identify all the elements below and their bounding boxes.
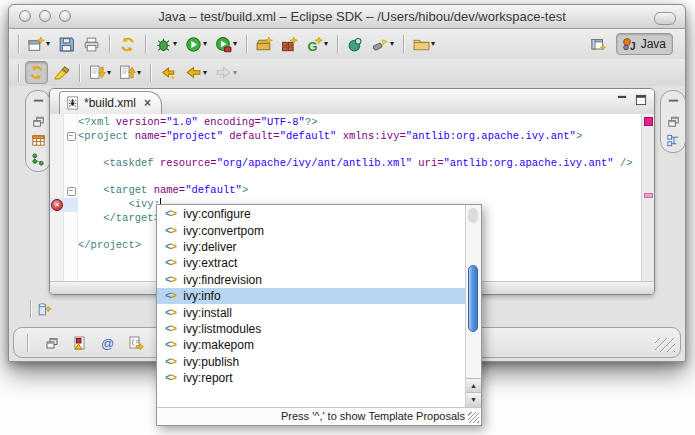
completion-item[interactable]: <>ivy:configure [157,206,465,222]
minimize-icon[interactable] [666,95,681,110]
dropdown-arrow-icon[interactable]: ▾ [173,40,177,48]
overview-ruler[interactable] [641,114,654,282]
code-text: <ivy: [78,198,161,212]
zoom-button[interactable] [59,10,71,22]
svg-text:G: G [308,38,318,52]
print-button[interactable] [80,33,103,56]
xml-element-icon: <> [165,307,176,319]
new-java-project-button[interactable] [253,33,276,56]
new-package-button[interactable] [278,33,301,56]
open-folder-icon [413,36,430,53]
dropdown-arrow-icon[interactable]: ▾ [203,40,207,48]
declaration-icon[interactable]: (= [128,335,144,351]
open-folder-button[interactable]: ▾ [410,33,438,56]
perspective-button-java[interactable]: JJava [616,33,673,55]
code-line[interactable]: <?xml version="1.0" encoding="UTF-8"?> [50,116,641,130]
type-hierarchy-icon[interactable] [31,152,46,167]
completion-item[interactable]: <>ivy:report [157,370,465,386]
xml-element-icon: <> [165,241,176,253]
dropdown-arrow-icon[interactable]: ▾ [203,69,207,77]
dropdown-arrow-icon[interactable]: ▾ [107,69,111,77]
fold-cell [64,239,78,253]
run-button[interactable]: ▾ [182,33,210,56]
scroll-up-icon[interactable]: ▲ [466,378,481,393]
outline-icon[interactable] [666,133,681,148]
window-resize-grip[interactable] [655,338,675,352]
scroll-down-icon[interactable]: ▼ [466,392,481,407]
problems-icon[interactable] [72,335,88,351]
mark-occurrences-button[interactable] [50,61,73,84]
back-icon [185,64,202,81]
code-line[interactable]: <taskdef resource="org/apache/ivy/ant/an… [50,157,641,171]
completion-item[interactable]: <>ivy:findrevision [157,272,465,288]
dropdown-arrow-icon[interactable]: ▾ [46,40,50,48]
code-line[interactable] [50,171,641,185]
completion-item-label: ivy:info [183,289,220,303]
fold-toggle-icon[interactable]: − [67,132,76,141]
dropdown-arrow-icon[interactable]: ▾ [233,69,237,77]
new-fastview-icon[interactable] [36,301,53,318]
next-annotation-button[interactable]: ▾ [86,61,114,84]
titlebar[interactable]: Java – test/build.xml – Eclipse SDK – /U… [9,5,685,29]
new-wizard-button[interactable]: ▾ [25,33,53,56]
code-line[interactable]: −<project name="project" default="defaul… [50,130,641,144]
overview-occurrence-marker[interactable] [644,193,653,198]
open-type-button[interactable] [344,33,367,56]
popup-scrollbar[interactable]: ▲ ▼ [465,205,481,407]
completion-item[interactable]: <>ivy:install [157,304,465,320]
minimize-icon[interactable] [31,95,46,110]
code-line[interactable]: − <target name="default"> [50,184,641,198]
search-button[interactable]: ▾ [369,33,397,56]
error-icon[interactable]: × [51,199,63,211]
completion-item[interactable]: <>ivy:listmodules [157,321,465,337]
dropdown-arrow-icon[interactable]: ▾ [324,40,328,48]
java-perspective-icon: J [621,36,637,52]
overview-error-marker[interactable] [644,117,653,126]
fold-toggle-icon[interactable]: − [67,187,76,196]
dropdown-arrow-icon[interactable]: ▾ [390,40,394,48]
maximize-editor-icon[interactable] [635,94,647,106]
debug-icon [155,36,172,53]
package-explorer-icon[interactable] [31,133,46,148]
code-line[interactable] [50,143,641,157]
code-text: </target> [78,212,160,226]
external-tools-button[interactable]: ▾ [212,33,240,56]
toolbar-separator [246,35,247,53]
completion-item[interactable]: <>ivy:extract [157,255,465,271]
save-button[interactable] [55,33,78,56]
restore-icon[interactable] [31,114,46,129]
open-perspective-button[interactable] [588,33,610,55]
popup-resize-grip[interactable] [468,412,479,423]
previous-annotation-button[interactable]: ▾ [116,61,144,84]
toolbar-toggle-button[interactable] [654,12,676,25]
restore-icon[interactable] [44,335,60,351]
back-button[interactable]: ▾ [182,61,210,84]
scrollbar-thumb[interactable] [468,265,478,332]
window-title: Java – test/build.xml – Eclipse SDK – /U… [9,9,685,24]
completion-item[interactable]: <>ivy:convertpom [157,222,465,238]
dropdown-arrow-icon[interactable]: ▾ [431,40,435,48]
close-button[interactable] [19,10,31,22]
minimize-editor-icon[interactable] [616,94,628,106]
debug-button[interactable]: ▾ [152,33,180,56]
perspective-bar: JJava [587,33,673,55]
tab-close-icon[interactable]: × [144,97,151,109]
editor-tab[interactable]: *build.xml × [59,91,162,114]
link-with-editor-button[interactable] [25,61,48,84]
completion-item[interactable]: <>ivy:publish [157,354,465,370]
dropdown-arrow-icon[interactable]: ▾ [137,69,141,77]
restore-icon[interactable] [666,114,681,129]
completion-item[interactable]: <>ivy:makepom [157,337,465,353]
dropdown-arrow-icon[interactable]: ▾ [233,40,237,48]
toolbar-separator [403,35,404,53]
javadoc-icon[interactable]: @ [100,335,116,351]
completion-item-label: ivy:publish [183,355,239,369]
new-class-button[interactable]: G▾ [303,33,331,56]
minimize-button[interactable] [39,10,51,22]
annotation-cell [50,212,64,226]
last-edit-location-button[interactable] [157,61,180,84]
completion-item[interactable]: <>ivy:deliver [157,239,465,255]
completion-item[interactable]: <>ivy:info [157,288,465,304]
editor-tab-bar: *build.xml × [50,89,654,115]
refresh-button[interactable] [116,33,139,56]
